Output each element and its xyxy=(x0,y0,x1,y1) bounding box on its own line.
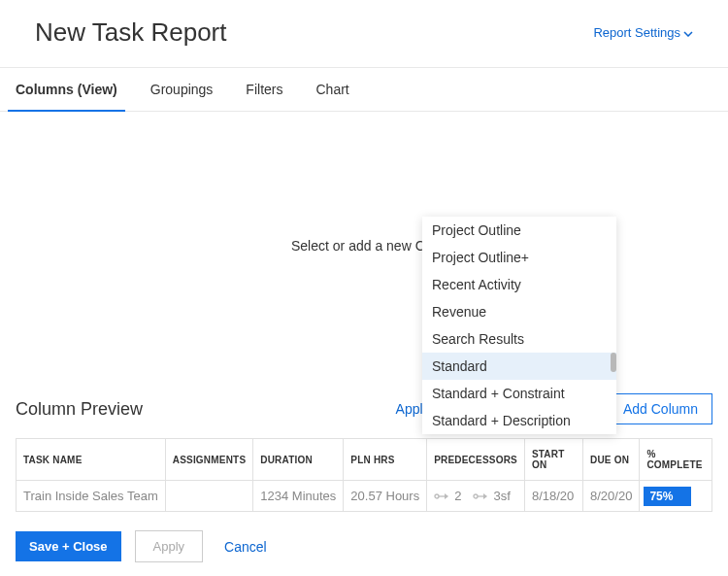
cell-percent-complete: 75% xyxy=(640,481,712,512)
col-duration[interactable]: DURATION xyxy=(253,439,344,481)
col-percent-complete[interactable]: % COMPLETE xyxy=(640,439,712,481)
dropdown-item-project-outline[interactable]: Project Outline xyxy=(422,217,616,244)
dropdown-item-standard[interactable]: Standard xyxy=(422,353,616,380)
cell-task-name: Train Inside Sales Team xyxy=(17,481,166,512)
apply-button[interactable]: Apply xyxy=(135,530,204,562)
table-row: Train Inside Sales Team 1234 Minutes 20.… xyxy=(17,481,712,512)
predecessor-value-1: 2 xyxy=(454,489,461,503)
dropdown-item-revenue[interactable]: Revenue xyxy=(422,298,616,325)
save-close-button[interactable]: Save + Close xyxy=(16,531,121,561)
tab-columns[interactable]: Columns (View) xyxy=(16,68,117,111)
report-settings-link[interactable]: Report Settings xyxy=(593,25,693,40)
svg-point-0 xyxy=(435,494,439,498)
dropdown-scrollbar[interactable] xyxy=(611,353,616,372)
col-start-on[interactable]: START ON xyxy=(524,439,582,481)
col-due-on[interactable]: DUE ON xyxy=(583,439,640,481)
predecessor-value-2: 3sf xyxy=(493,489,510,503)
tab-chart[interactable]: Chart xyxy=(315,68,348,111)
percent-complete-bar: 75% xyxy=(644,487,691,506)
cancel-link[interactable]: Cancel xyxy=(224,539,267,555)
col-predecessors[interactable]: PREDECESSORS xyxy=(427,439,525,481)
col-assignments[interactable]: ASSIGNMENTS xyxy=(165,439,253,481)
preview-table: TASK NAME ASSIGNMENTS DURATION PLN HRS P… xyxy=(16,438,712,512)
cell-assignments xyxy=(165,481,253,512)
dropdown-item-recent-activity[interactable]: Recent Activity xyxy=(422,271,616,298)
dropdown-item-standard-constraint[interactable]: Standard + Constraint xyxy=(422,380,616,407)
cell-pln-hrs: 20.57 Hours xyxy=(344,481,427,512)
cell-duration: 1234 Minutes xyxy=(253,481,344,512)
cell-predecessors: 2 3sf xyxy=(427,481,525,512)
col-pln-hrs[interactable]: PLN HRS xyxy=(344,439,427,481)
report-settings-label: Report Settings xyxy=(593,25,680,40)
column-preview-title: Column Preview xyxy=(16,399,384,420)
cell-start-on: 8/18/20 xyxy=(524,481,582,512)
chevron-down-icon xyxy=(683,25,693,40)
tab-filters[interactable]: Filters xyxy=(246,68,282,111)
table-header-row: TASK NAME ASSIGNMENTS DURATION PLN HRS P… xyxy=(17,439,712,481)
tabs-bar: Columns (View) Groupings Filters Chart xyxy=(0,68,728,112)
dropdown-item-search-results[interactable]: Search Results xyxy=(422,325,616,353)
cell-due-on: 8/20/20 xyxy=(583,481,640,512)
dropdown-item-project-outline-plus[interactable]: Project Outline+ xyxy=(422,244,616,271)
predecessor-icon xyxy=(434,491,451,501)
dropdown-item-standard-description[interactable]: Standard + Description xyxy=(422,407,616,434)
svg-point-1 xyxy=(474,494,478,498)
add-column-label: Add Column xyxy=(623,401,698,417)
page-title: New Task Report xyxy=(35,17,227,48)
tab-groupings[interactable]: Groupings xyxy=(150,68,214,111)
col-task-name[interactable]: TASK NAME xyxy=(17,439,166,481)
column-dropdown[interactable]: Project Outline Project Outline+ Recent … xyxy=(422,217,616,434)
predecessor-icon xyxy=(473,491,490,501)
